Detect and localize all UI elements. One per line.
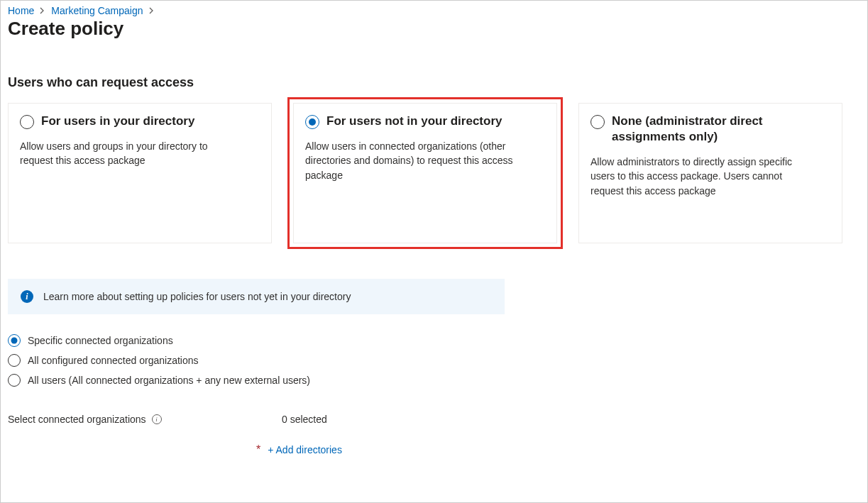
card-users-in-directory[interactable]: For users in your directory Allow users … — [8, 103, 272, 243]
card-title: For users not in your directory — [326, 114, 502, 129]
radio-icon[interactable] — [20, 115, 34, 129]
radio-specific-connected-orgs[interactable]: Specific connected organizations — [8, 334, 860, 347]
radio-label: Specific connected organizations — [28, 335, 173, 346]
radio-icon[interactable] — [8, 334, 21, 347]
radio-icon[interactable] — [8, 354, 21, 367]
request-scope-cards: For users in your directory Allow users … — [8, 103, 860, 243]
info-icon: i — [21, 290, 33, 303]
card-none-admin-only[interactable]: None (administrator direct assignments o… — [578, 103, 842, 243]
radio-icon[interactable] — [590, 115, 605, 129]
card-users-not-in-directory[interactable]: For users not in your directory Allow us… — [293, 103, 557, 243]
radio-icon[interactable] — [305, 115, 319, 129]
radio-all-configured-connected-orgs[interactable]: All configured connected organizations — [8, 354, 860, 367]
radio-label: All configured connected organizations — [28, 355, 199, 366]
radio-label: All users (All connected organizations +… — [28, 375, 310, 386]
select-connected-orgs-label: Select connected organizations i — [8, 414, 256, 425]
chevron-right-icon — [149, 5, 155, 16]
card-description: Allow users and groups in your directory… — [20, 139, 233, 168]
info-banner-text: Learn more about setting up policies for… — [43, 291, 351, 302]
breadcrumb: Home Marketing Campaign — [8, 5, 860, 16]
help-icon[interactable]: i — [152, 414, 162, 424]
radio-all-users[interactable]: All users (All connected organizations +… — [8, 374, 860, 387]
breadcrumb-home[interactable]: Home — [8, 5, 34, 16]
selected-count: 0 selected — [282, 414, 342, 425]
info-banner[interactable]: i Learn more about setting up policies f… — [8, 279, 505, 314]
field-label: Select connected organizations — [8, 414, 146, 425]
page-title: Create policy — [8, 18, 860, 40]
section-heading-users-request: Users who can request access — [8, 75, 860, 90]
card-title: For users in your directory — [41, 114, 194, 129]
breadcrumb-marketing-campaign[interactable]: Marketing Campaign — [51, 5, 143, 16]
radio-icon[interactable] — [8, 374, 21, 387]
required-indicator: * — [256, 443, 260, 456]
card-title: None (administrator direct assignments o… — [612, 114, 830, 145]
card-description: Allow administrators to directly assign … — [590, 155, 803, 198]
connected-org-scope-radiogroup: Specific connected organizations All con… — [8, 334, 860, 387]
chevron-right-icon — [40, 5, 45, 16]
card-description: Allow users in connected organizations (… — [305, 139, 518, 182]
add-directories-link[interactable]: + Add directories — [268, 444, 342, 455]
